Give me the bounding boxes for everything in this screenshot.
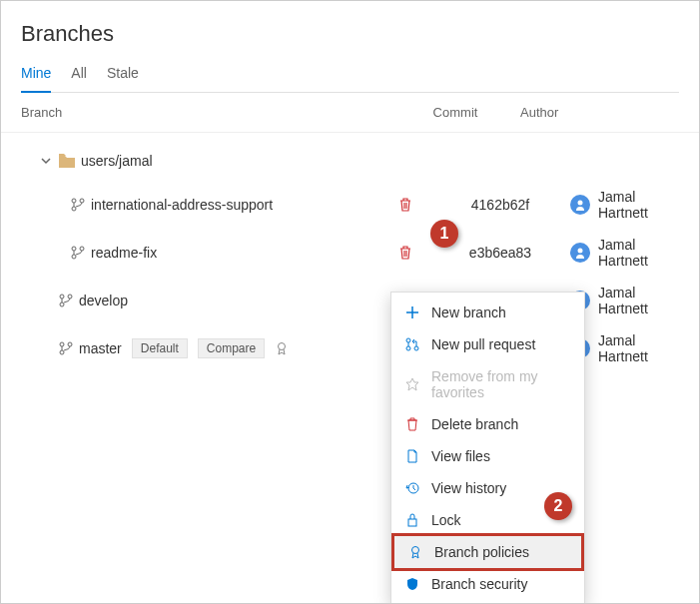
svg-point-10 [60,302,64,306]
menu-label: View history [431,480,506,496]
spacer [420,193,450,217]
menu-new-branch[interactable]: New branch [391,297,584,328]
branch-icon [71,246,85,260]
svg-point-21 [406,346,410,350]
folder-icon [59,154,75,168]
author-name: Jamal Hartnett [598,237,679,269]
branch-name: readme-fix [91,245,157,261]
tab-stale[interactable]: Stale [107,65,139,92]
col-commit: Commit [390,105,520,120]
menu-branch-security[interactable]: Branch security [391,568,584,600]
col-branch: Branch [21,105,390,120]
table-header: Branch Commit Author [1,93,699,133]
svg-point-8 [60,295,64,299]
branch-name: develop [79,293,128,308]
svg-point-1 [80,199,84,203]
tabs: Mine All Stale [21,65,679,93]
callout-2: 2 [544,492,572,520]
medal-icon [275,341,289,355]
menu-new-pr[interactable]: New pull request [391,328,584,360]
col-author: Author [520,105,679,120]
svg-point-20 [406,338,410,342]
page-title: Branches [21,21,679,47]
svg-point-6 [72,255,76,259]
lock-icon [405,513,421,527]
delete-button[interactable] [390,246,420,260]
callout-1: 1 [430,220,458,248]
svg-point-5 [80,247,84,251]
svg-point-15 [279,343,286,350]
file-icon [405,449,421,463]
tab-mine[interactable]: Mine [21,65,51,93]
svg-point-22 [414,346,418,350]
author-name: Jamal Hartnett [598,332,679,364]
trash-icon [405,417,421,431]
tab-all[interactable]: All [71,65,87,92]
branch-name: international-address-support [91,197,273,213]
avatar [570,243,590,263]
svg-point-4 [72,247,76,251]
svg-point-7 [578,249,583,254]
commit-hash[interactable]: 4162b62f [450,197,550,213]
medal-icon [408,545,424,559]
history-icon [405,481,421,495]
svg-point-2 [72,207,76,211]
svg-point-12 [60,342,64,346]
menu-label: Remove from my favorites [431,368,570,400]
svg-point-25 [412,547,419,554]
svg-point-0 [72,199,76,203]
menu-label: Branch security [431,576,527,592]
branch-icon [71,198,85,212]
branch-name: master [79,340,122,356]
menu-label: New branch [431,304,506,320]
svg-point-3 [578,201,583,206]
table-row[interactable]: readme-fix e3b6ea83 Jamal Hartnett [1,229,699,277]
menu-label: View files [431,448,490,464]
menu-branch-policies[interactable]: Branch policies [391,533,584,571]
chevron-down-icon [41,156,53,166]
menu-label: New pull request [431,336,535,352]
star-icon [405,377,421,391]
folder-row[interactable]: users/jamal [1,141,699,181]
table-row[interactable]: develop bdd18e Jamal Hartnett [1,277,699,324]
menu-label: Lock [431,512,461,528]
branch-icon [59,341,73,355]
shield-icon [405,577,421,591]
compare-badge: Compare [198,338,265,358]
table-row[interactable]: master Default Compare 4162b62f Jamal Ha… [1,324,699,372]
svg-point-14 [60,350,64,354]
folder-name: users/jamal [81,153,153,169]
menu-view-files[interactable]: View files [391,440,584,472]
menu-remove-favorite: Remove from my favorites [391,360,584,408]
branch-icon [59,294,73,307]
plus-icon [405,305,421,319]
svg-point-13 [68,342,72,346]
commit-hash[interactable]: e3b6ea83 [450,245,550,261]
table-row[interactable]: international-address-support 4162b62f J… [1,181,699,229]
delete-button[interactable] [390,198,420,212]
menu-label: Branch policies [434,544,529,560]
svg-rect-24 [408,519,416,526]
pull-request-icon [405,337,421,351]
author-name: Jamal Hartnett [598,285,679,316]
menu-delete-branch[interactable]: Delete branch [391,408,584,440]
context-menu: New branch New pull request Remove from … [390,292,585,604]
menu-label: Delete branch [431,416,518,432]
author-name: Jamal Hartnett [598,189,679,221]
svg-point-9 [68,295,72,299]
avatar [570,195,590,215]
default-badge: Default [132,338,188,358]
